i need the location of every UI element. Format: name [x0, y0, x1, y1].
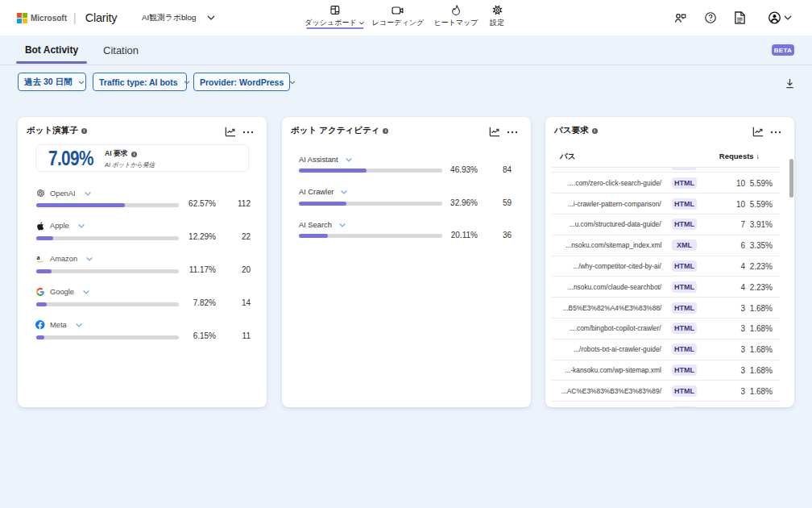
svg-text:a: a	[36, 255, 39, 261]
